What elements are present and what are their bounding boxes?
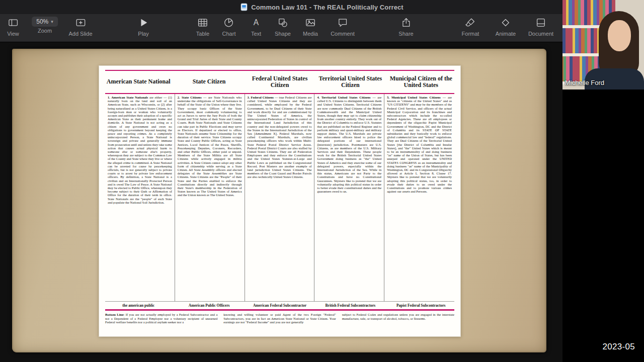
column-header: State Citizen [176, 78, 242, 85]
play-icon [138, 16, 149, 30]
column-body: 2. State Citizens — are State Nationals … [175, 94, 245, 301]
format-button[interactable]: Format [462, 16, 479, 37]
comment-label: Comment [331, 31, 355, 37]
column-footer: Papist Federal Subcontractors [388, 303, 454, 308]
column-header: Territorial United States Citizen [317, 75, 383, 89]
chevron-down-icon: ▾ [51, 19, 53, 24]
table-header-row: American State National State Citizen Fe… [105, 71, 454, 93]
zoom-value: 50% [36, 18, 48, 25]
comment-icon [337, 16, 348, 30]
column-lead: 5. Municipal United States Citizens [387, 96, 441, 99]
table-body-row: 1. American State Nationals are either —… [105, 94, 454, 301]
add-slide-button[interactable]: Add Slide [68, 16, 92, 37]
svg-text:A: A [254, 18, 259, 27]
shape-button[interactable]: Shape [275, 16, 291, 37]
column-lead: 2. State Citizens [178, 96, 202, 99]
bottom-line-section: Bottom Line: If you are not actually emp… [105, 313, 454, 333]
format-label: Format [462, 31, 479, 37]
view-icon [8, 16, 19, 30]
shape-label: Shape [275, 31, 291, 37]
animate-label: Animate [496, 31, 516, 37]
column-text: are either — (1) naturally born on the l… [108, 96, 172, 204]
zoom-select[interactable]: 50% ▾ [32, 17, 58, 27]
view-button[interactable]: View [7, 16, 19, 37]
column-text: — true Federal Citizens are called Unite… [248, 96, 312, 178]
window-title: Common Law 101 - The REAL Politically Co… [251, 4, 404, 11]
share-label: Share [398, 31, 413, 37]
comment-button[interactable]: Comment [331, 16, 355, 37]
column-text: — are State Nationals who undertake the … [178, 96, 242, 197]
column-footer: American Public Officers [176, 303, 242, 308]
text-button[interactable]: A Text [251, 16, 262, 37]
media-icon [305, 16, 316, 30]
column-header: Federal United States Citizen [247, 75, 313, 89]
column-lead: 1. American State Nationals [108, 96, 148, 99]
add-slide-label: Add Slide [68, 31, 92, 37]
slide-canvas: American State National State Citizen Fe… [0, 42, 562, 362]
view-label: View [7, 31, 19, 37]
text-icon: A [251, 16, 262, 30]
document-button[interactable]: Document [528, 16, 553, 37]
share-button[interactable]: Share [398, 16, 413, 37]
animate-icon [500, 16, 511, 30]
play-label: Play [138, 31, 148, 37]
play-button[interactable]: Play [138, 16, 149, 37]
webcam-name-label: Michelle Ford [565, 79, 604, 86]
slide[interactable]: American State National State Citizen Fe… [12, 49, 546, 352]
column-body: 5. Municipal United States Citizens — ar… [384, 94, 454, 301]
zoom-control[interactable]: 50% ▾ Zoom [32, 16, 58, 34]
column-text: — are called U.S. Citizens to distinguis… [317, 96, 381, 193]
column-footer: British Federal Subcontractors [317, 303, 383, 308]
column-lead: 3. Federal Citizens [248, 96, 274, 99]
shape-icon [277, 16, 288, 30]
titlebar: Common Law 101 - The REAL Politically Co… [0, 0, 644, 14]
animate-button[interactable]: Animate [496, 16, 516, 37]
chart-button[interactable]: Chart [222, 16, 236, 37]
media-label: Media [303, 31, 318, 37]
column-footer: American Federal Subcontractor [247, 303, 313, 308]
bottom-line-col: Bottom Line: If you are not actually emp… [105, 313, 217, 333]
column-body: 1. American State Nationals are either —… [105, 94, 175, 301]
table-label: Table [196, 31, 209, 37]
share-icon [400, 16, 412, 30]
table-icon [197, 16, 208, 30]
column-text: — are known as "citizens of the United S… [387, 96, 452, 193]
format-icon [465, 16, 476, 30]
citizenship-table: American State National State Citizen Fe… [99, 65, 461, 337]
table-footer-row: the american public American Public Offi… [105, 302, 454, 309]
table-button[interactable]: Table [196, 16, 209, 37]
bottom-line-lead: Bottom Line: [105, 313, 124, 316]
column-header: Municipal Citizen of the United States [388, 75, 454, 89]
table-bottom-rule [105, 309, 454, 311]
media-button[interactable]: Media [303, 16, 318, 37]
column-header: American State National [105, 78, 172, 85]
document-label: Document [528, 31, 553, 37]
bottom-line-col: subject to Federal Codes and regulations… [342, 313, 454, 333]
text-label: Text [251, 31, 261, 37]
add-slide-icon [75, 16, 86, 30]
webcam-overlay: Michelle Ford [562, 0, 644, 89]
timestamp: 2023-05 [603, 342, 635, 352]
zoom-label: Zoom [38, 28, 52, 34]
keynote-document-icon [240, 3, 248, 11]
column-footer: the american public [105, 303, 172, 308]
bottom-line-col: knowing and willing volunteer or paid Ag… [223, 313, 336, 333]
column-body: 4. Territorial United States Citizens — … [314, 94, 384, 301]
toolbar: View 50% ▾ Zoom Add Slide Play Ta [0, 14, 644, 42]
app-window: Common Law 101 - The REAL Politically Co… [0, 0, 644, 362]
chart-icon [223, 16, 234, 30]
chart-label: Chart [222, 31, 236, 37]
presenter-face [608, 20, 631, 51]
column-lead: 4. Territorial United States Citizens [317, 96, 370, 99]
column-body: 3. Federal Citizens — true Federal Citiz… [245, 94, 315, 301]
document-icon [535, 16, 546, 30]
